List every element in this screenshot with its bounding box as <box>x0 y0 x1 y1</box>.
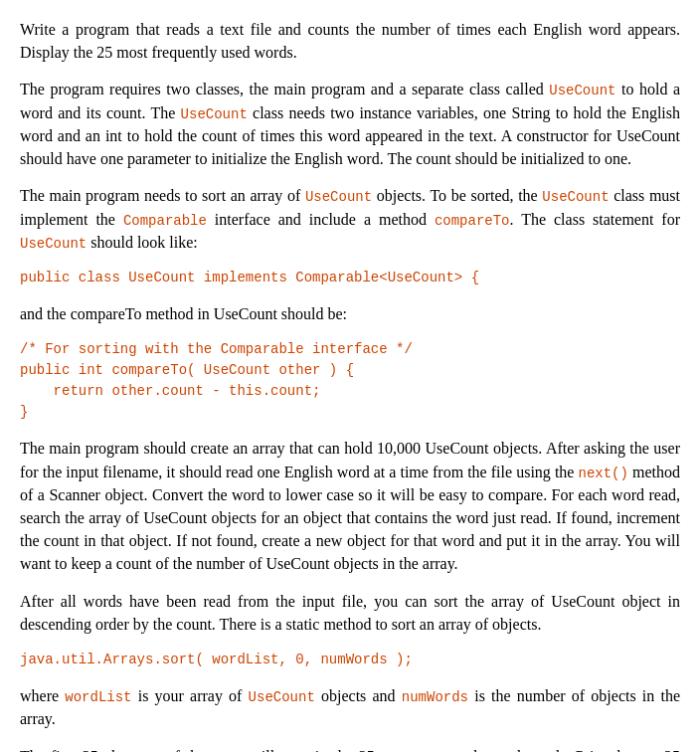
inline-code-usecount-2: UseCount <box>181 106 248 122</box>
inline-code-next: next() <box>579 466 628 481</box>
paragraph-1: Write a program that reads a text file a… <box>20 18 680 64</box>
inline-code-comparable: Comparable <box>123 213 207 229</box>
code-block-class-declaration: public class UseCount implements Compara… <box>20 268 680 288</box>
inline-code-usecount-4: UseCount <box>542 189 609 205</box>
paragraph-7: where wordList is your array of UseCount… <box>20 684 680 730</box>
inline-code-numwords: numWords <box>402 689 468 705</box>
paragraph-4: and the compareTo method in UseCount sho… <box>20 302 680 325</box>
paragraph-6: After all words have been read from the … <box>20 590 680 636</box>
paragraph-5: The main program should create an array … <box>20 437 680 575</box>
paragraph-3: The main program needs to sort an array … <box>20 184 680 254</box>
code-block-arrays-sort: java.util.Arrays.sort( wordList, 0, numW… <box>20 650 680 670</box>
para8-text: The first 25 elements of the array will … <box>20 748 680 752</box>
paragraph-8: The first 25 elements of the array will … <box>20 745 680 752</box>
paragraph-2: The program requires two classes, the ma… <box>20 78 680 170</box>
inline-code-compareto: compareTo <box>435 213 510 229</box>
inline-code-usecount-1: UseCount <box>549 83 615 98</box>
inline-code-usecount-6: UseCount <box>249 689 315 705</box>
inline-code-wordlist: wordList <box>65 689 131 705</box>
inline-code-usecount-3: UseCount <box>305 189 372 205</box>
para1-text: Write a program that reads a text file a… <box>20 21 680 61</box>
code-block-compareto: /* For sorting with the Comparable inter… <box>20 339 680 423</box>
inline-code-usecount-5: UseCount <box>20 236 87 252</box>
